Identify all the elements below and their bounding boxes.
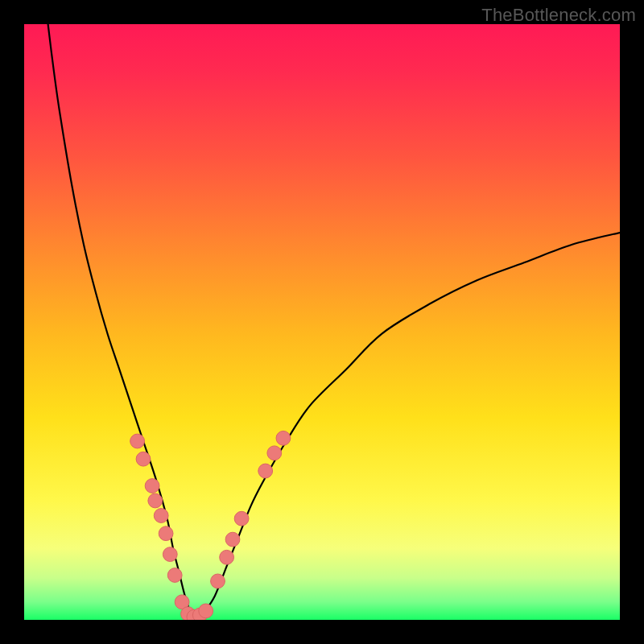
data-marker bbox=[211, 574, 225, 588]
data-marker bbox=[267, 446, 282, 460]
data-marker bbox=[225, 532, 240, 547]
data-marker bbox=[163, 547, 177, 562]
data-markers bbox=[130, 431, 291, 620]
data-marker bbox=[220, 550, 234, 564]
data-marker bbox=[136, 452, 151, 466]
data-marker bbox=[167, 568, 182, 583]
curve-svg bbox=[24, 24, 620, 620]
data-marker bbox=[276, 431, 291, 445]
data-marker bbox=[234, 511, 249, 526]
data-marker bbox=[199, 604, 213, 618]
chart-frame: TheBottleneck.com bbox=[0, 0, 644, 644]
watermark-text: TheBottleneck.com bbox=[481, 5, 636, 26]
data-marker bbox=[154, 509, 168, 523]
data-marker bbox=[258, 464, 273, 478]
bottleneck-curve bbox=[48, 24, 620, 620]
data-marker bbox=[130, 434, 145, 448]
data-marker bbox=[159, 526, 173, 541]
data-marker bbox=[148, 493, 163, 508]
data-marker bbox=[145, 479, 159, 493]
plot-area bbox=[24, 24, 620, 620]
